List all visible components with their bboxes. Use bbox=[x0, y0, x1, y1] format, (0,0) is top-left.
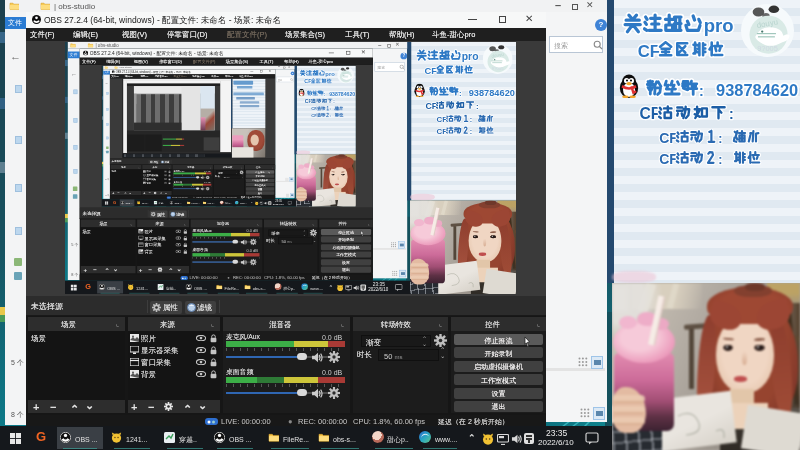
svg-text:9?005: 9?005 bbox=[492, 66, 504, 71]
svg-text::: : bbox=[718, 153, 722, 167]
svg-text:pro: pro bbox=[704, 15, 734, 36]
svg-text:pro: pro bbox=[325, 71, 335, 77]
svg-text:9?005: 9?005 bbox=[342, 79, 349, 81]
svg-text::: : bbox=[476, 102, 479, 111]
svg-text::: : bbox=[470, 128, 472, 135]
svg-text::: : bbox=[699, 83, 704, 99]
svg-text::: : bbox=[459, 89, 462, 98]
svg-text::: : bbox=[718, 132, 722, 146]
svg-text:CF: CF bbox=[638, 42, 660, 60]
svg-text:CF: CF bbox=[437, 127, 448, 136]
svg-text:938784620: 938784620 bbox=[329, 91, 355, 97]
svg-text::: : bbox=[330, 113, 331, 118]
svg-text:CF: CF bbox=[305, 99, 312, 104]
svg-text:pro: pro bbox=[462, 51, 479, 62]
svg-text:9?005: 9?005 bbox=[757, 44, 778, 53]
svg-text::: : bbox=[729, 106, 734, 122]
svg-text:CF: CF bbox=[425, 66, 438, 76]
svg-text::: : bbox=[470, 116, 472, 123]
svg-text:CF: CF bbox=[437, 115, 448, 124]
svg-text::: : bbox=[333, 99, 335, 104]
svg-text:938784620: 938784620 bbox=[716, 81, 798, 99]
svg-text::: : bbox=[324, 92, 326, 97]
svg-text::: : bbox=[330, 106, 331, 111]
svg-text:938784620: 938784620 bbox=[469, 88, 515, 98]
